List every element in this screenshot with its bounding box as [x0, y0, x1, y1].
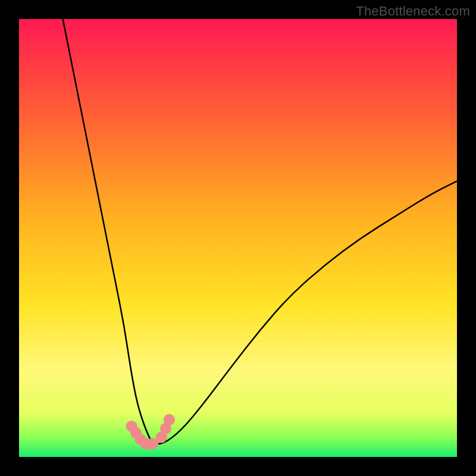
- chart-frame: TheBottleneck.com: [0, 0, 476, 476]
- gradient-background: [19, 19, 457, 457]
- plot-area: [19, 19, 457, 457]
- chart-svg: [19, 19, 457, 457]
- marker-dot: [164, 414, 175, 425]
- watermark-text: TheBottleneck.com: [356, 4, 470, 19]
